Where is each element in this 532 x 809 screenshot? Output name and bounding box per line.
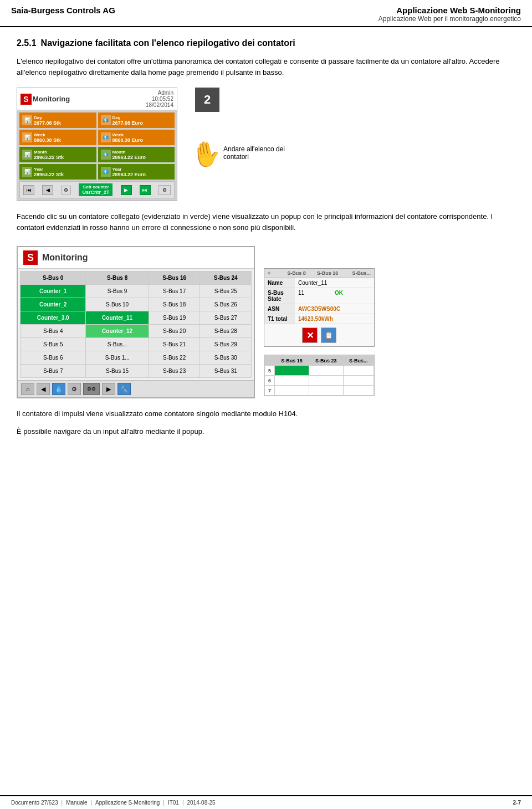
bar-chart-icon-3: 📊 xyxy=(22,150,32,160)
app-mockup-top: S Monitoring Admin 10:05:52 18/02/2014 📊 xyxy=(17,88,177,201)
grid-row-5: S-Bus 5 S-Bus... S-Bus 21 S-Bus 29 xyxy=(21,338,252,351)
settings-icon[interactable]: ⚙ xyxy=(158,185,171,195)
col-header-16: S-Bus 16 xyxy=(149,272,200,285)
popup-label-asn: ASN xyxy=(264,304,295,314)
cell-sbus-26[interactable]: S-Bus 26 xyxy=(200,298,252,311)
metric-year-stk: 📊 Year 28963.22 Stk xyxy=(19,164,96,180)
cell-sbus-31[interactable]: S-Bus 31 xyxy=(200,365,252,378)
cell-sbus-23[interactable]: S-Bus 23 xyxy=(149,365,200,378)
cell-sbus-6[interactable]: S-Bus 6 xyxy=(21,351,86,365)
cell-sbus-18[interactable]: S-Bus 18 xyxy=(149,298,200,311)
partial-grid-table: S-Bus 15 S-Bus 23 S-Bus... 5 6 xyxy=(264,355,374,396)
partial-cell-6-3 xyxy=(343,376,374,386)
cell-sbus-22[interactable]: S-Bus 22 xyxy=(149,351,200,365)
cell-sbus-15[interactable]: S-Bus 15 xyxy=(86,365,149,378)
popup-col-num: # xyxy=(268,270,273,276)
cell-sbus-7[interactable]: S-Bus 7 xyxy=(21,365,86,378)
footer-home-btn[interactable]: ⌂ xyxy=(21,383,34,395)
metric-row-month: 📊 Month 28963.22 Stk 💶 Month 28963.22 Eu… xyxy=(19,147,175,162)
cell-sbus-21[interactable]: S-Bus 21 xyxy=(149,338,200,351)
s-logo-text: Monitoring xyxy=(33,95,70,103)
cell-sbus-29[interactable]: S-Bus 29 xyxy=(200,338,252,351)
footer-counter-btn[interactable]: ⚙⚙ xyxy=(83,383,100,395)
euro-icon: 💶 xyxy=(101,115,111,125)
bar-chart-icon-2: 📊 xyxy=(22,132,32,142)
grid-header-row: S-Bus 0 S-Bus 8 S-Bus 16 S-Bus 24 xyxy=(21,272,252,285)
footer-water-btn[interactable]: 💧 xyxy=(52,383,65,395)
popup-box: # S-Bus 8 S-Bus 16 S-Bus... Name Counter… xyxy=(264,268,375,347)
popup-row-asn: ASN AWC3D5WS00C xyxy=(264,304,374,314)
grid-row-4: S-Bus 4 Counter_12 S-Bus 20 S-Bus 28 xyxy=(21,325,252,338)
metric-row-year: 📊 Year 28963.22 Stk 💶 Year 28963.22 Euro xyxy=(19,164,175,180)
large-mockup-body: S-Bus 0 S-Bus 8 S-Bus 16 S-Bus 24 Counte… xyxy=(18,269,254,380)
partial-cell-5-3 xyxy=(343,366,374,376)
footer-back-btn[interactable]: ◀ xyxy=(37,383,50,395)
cell-sbus-5[interactable]: S-Bus 5 xyxy=(21,338,86,351)
nav-next-btn[interactable]: ▶ xyxy=(121,185,132,195)
popup-area: # S-Bus 8 S-Bus 16 S-Bus... Name Counter… xyxy=(264,246,375,396)
cell-sbus-1dot[interactable]: S-Bus 1... xyxy=(86,351,149,365)
metric-year-euro: 💶 Year 28963.22 Euro xyxy=(98,164,175,180)
cell-sbus-17[interactable]: S-Bus 17 xyxy=(149,285,200,298)
footer-forward-btn[interactable]: ▶ xyxy=(102,383,115,395)
chapter-badge: 2 xyxy=(195,88,219,112)
popup-partial-grid: S-Bus 15 S-Bus 23 S-Bus... 5 6 xyxy=(264,355,375,396)
large-s-logo-text: Monitoring xyxy=(42,253,88,263)
popup-value-name: Counter_11 xyxy=(295,278,374,288)
cell-sbus-25[interactable]: S-Bus 25 xyxy=(200,285,252,298)
metric-row-day: 📊 Day 2677.08 Stk 💶 Day 2677.08 Euro xyxy=(19,112,175,128)
large-mockup: S Monitoring S-Bus 0 S-Bus 8 S-Bus 16 S-… xyxy=(17,246,255,398)
counter-grid: S-Bus 0 S-Bus 8 S-Bus 16 S-Bus 24 Counte… xyxy=(20,271,252,378)
footer-code: IT01 xyxy=(168,800,179,806)
cell-sbus-27[interactable]: S-Bus 27 xyxy=(200,311,252,325)
nav-prev-btn[interactable]: ◀ xyxy=(42,185,53,195)
cell-counter-12[interactable]: Counter_12 xyxy=(86,325,149,338)
partial-header-row: S-Bus 15 S-Bus 23 S-Bus... xyxy=(265,356,374,366)
section-heading: 2.5.1 Navigazione facilitata con l'elenc… xyxy=(17,38,515,48)
partial-col-sbus23: S-Bus 23 xyxy=(309,356,343,366)
paragraph-1: L'elenco riepilogativo dei contatori off… xyxy=(17,56,515,78)
popup-value-t1: 14623.50kWh xyxy=(295,314,374,324)
cell-sbus-9[interactable]: S-Bus 9 xyxy=(86,285,149,298)
cell-sbus-10[interactable]: S-Bus 10 xyxy=(86,298,149,311)
partial-cell-7-1 xyxy=(275,386,309,396)
grid-row-7: S-Bus 7 S-Bus 15 S-Bus 23 S-Bus 31 xyxy=(21,365,252,378)
soft-counter-bar: ⏮ ◀ ⚙ Soft counter UsrCntr_2T ▶ ⏭ ⚙ xyxy=(19,181,175,198)
popup-data-table: Name Counter_11 S-Bus State 11 OK ASN AW… xyxy=(264,278,374,324)
popup-action-row: ✕ 📋 xyxy=(264,324,374,346)
cell-counter-1[interactable]: Counter_1 xyxy=(21,285,86,298)
col-header-0: S-Bus 0 xyxy=(21,272,86,285)
cell-sbus-30[interactable]: S-Bus 30 xyxy=(200,351,252,365)
footer-wrench-btn[interactable]: 🔧 xyxy=(117,383,131,395)
cell-sbus-4[interactable]: S-Bus 4 xyxy=(21,325,86,338)
cell-sbus-28[interactable]: S-Bus 28 xyxy=(200,325,252,338)
bar-chart-icon: 📊 xyxy=(22,115,32,125)
partial-cell-5-1[interactable] xyxy=(275,366,309,376)
s-logo: S Monitoring xyxy=(21,94,70,105)
popup-value-asn: AWC3D5WS00C xyxy=(295,304,374,314)
nav-first-btn[interactable]: ⏮ xyxy=(23,185,34,195)
nav-last-btn[interactable]: ⏭ xyxy=(140,185,151,195)
cell-sbus-19[interactable]: S-Bus 19 xyxy=(149,311,200,325)
large-mockup-footer: ⌂ ◀ 💧 ⚙ ⚙⚙ ▶ 🔧 xyxy=(18,380,254,397)
paragraph-2: Facendo clic su un contatore collegato (… xyxy=(17,211,515,233)
popup-detail-btn[interactable]: 📋 xyxy=(321,327,336,343)
grid-row-2: Counter_2 S-Bus 10 S-Bus 18 S-Bus 26 xyxy=(21,298,252,311)
partial-col-sbus15: S-Bus 15 xyxy=(275,356,309,366)
metric-week-euro: 💶 Week 8860.30 Euro xyxy=(98,130,175,145)
partial-cell-5-2 xyxy=(309,366,343,376)
grid-row-1: Counter_1 S-Bus 9 S-Bus 17 S-Bus 25 xyxy=(21,285,252,298)
popup-close-btn[interactable]: ✕ xyxy=(302,327,318,343)
popup-col-sbusdot: S-Bus... xyxy=(340,270,371,276)
section-number: 2.5.1 xyxy=(17,38,37,48)
partial-cell-7-2 xyxy=(309,386,343,396)
cell-sbus-dot[interactable]: S-Bus... xyxy=(86,338,149,351)
section-title: Navigazione facilitata con l'elenco riep… xyxy=(41,38,295,48)
footer-page: 2-7 xyxy=(513,800,521,806)
cell-sbus-20[interactable]: S-Bus 20 xyxy=(149,325,200,338)
cell-counter-2[interactable]: Counter_2 xyxy=(21,298,86,311)
bar-chart-icon-4: 📊 xyxy=(22,167,32,177)
cell-counter-3[interactable]: Counter_3.0 xyxy=(21,311,86,325)
footer-gear-btn[interactable]: ⚙ xyxy=(68,383,81,395)
cell-counter-11[interactable]: Counter_11 xyxy=(86,311,149,325)
